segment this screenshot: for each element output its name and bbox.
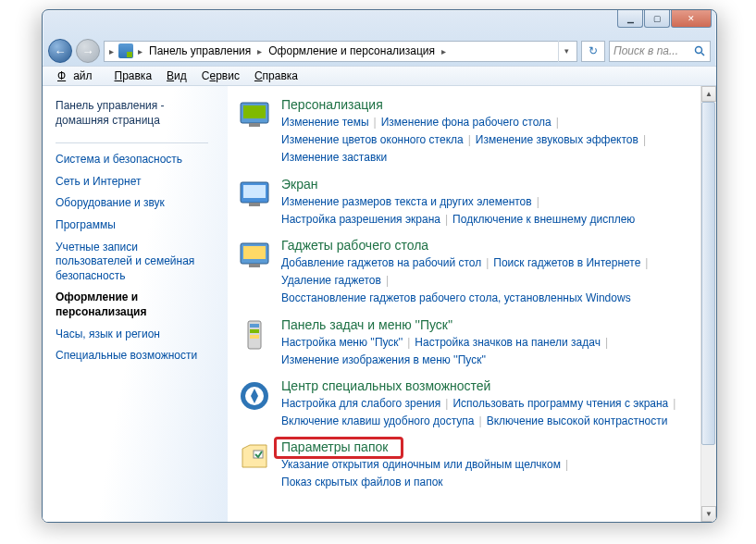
sidebar-item-appearance[interactable]: Оформление и персонализация — [56, 287, 213, 323]
link-separator: | — [403, 336, 415, 349]
category-title[interactable]: Экран — [281, 177, 690, 193]
divider — [56, 142, 208, 143]
category-link[interactable]: Подключение к внешнему дисплею — [452, 213, 635, 226]
breadcrumb-arrow-icon[interactable]: ▸ — [439, 46, 449, 56]
scroll-thumb[interactable] — [701, 102, 715, 445]
sidebar-item-accessibility[interactable]: Специальные возможности — [56, 345, 213, 367]
minimize-button[interactable]: ▁ — [617, 10, 643, 28]
search-placeholder: Поиск в па... — [613, 44, 678, 57]
category-link[interactable]: Включение высокой контрастности — [487, 414, 668, 427]
svg-rect-7 — [249, 203, 260, 206]
category-icon — [235, 97, 274, 136]
category-link[interactable]: Удаление гаджетов — [281, 274, 381, 287]
svg-rect-3 — [243, 105, 266, 118]
category-title[interactable]: Панель задач и меню ''Пуск'' — [281, 317, 690, 334]
category-link[interactable]: Настройка меню ''Пуск'' — [281, 336, 403, 349]
sidebar-item-hardware[interactable]: Оборудование и звук — [56, 192, 213, 215]
link-separator: | — [481, 256, 493, 269]
scroll-track[interactable] — [701, 102, 716, 506]
svg-rect-12 — [250, 324, 259, 328]
category-link[interactable]: Изменение заставки — [281, 151, 387, 164]
category-link[interactable]: Настройка для слабого зрения — [281, 397, 440, 410]
category-link[interactable]: Восстановление гаджетов рабочего стола, … — [281, 291, 631, 304]
breadcrumb-arrow-icon[interactable]: ▸ — [254, 46, 265, 56]
scroll-down-button[interactable]: ▼ — [701, 506, 716, 522]
sidebar-item-users[interactable]: Учетные записи пользователей и семейная … — [56, 237, 213, 288]
category-title[interactable]: Центр специальных возможностей — [281, 378, 690, 395]
category-link[interactable]: Изменение размеров текста и других элеме… — [281, 195, 532, 208]
link-separator: | — [552, 116, 564, 129]
category-icon — [235, 238, 274, 277]
category-link[interactable]: Включение клавиш удобного доступа — [281, 414, 475, 427]
search-input[interactable]: Поиск в па... — [609, 41, 711, 62]
category-link[interactable]: Изменение изображения в меню ''Пуск'' — [281, 353, 486, 366]
link-separator: | — [381, 274, 393, 287]
control-panel-window: ▁ ▢ ✕ ← → ▸ ▸ Панель управления ▸ Оформл… — [42, 9, 717, 523]
category-link[interactable]: Изменение цветов оконного стекла — [281, 133, 464, 146]
content-area: ПерсонализацияИзменение темы|Изменение ф… — [228, 86, 716, 522]
menu-help[interactable]: Справка — [247, 68, 305, 84]
refresh-button[interactable]: ↻ — [581, 41, 605, 62]
forward-button[interactable]: → — [76, 39, 100, 63]
breadcrumb-segment[interactable]: Оформление и персонализация — [265, 44, 439, 57]
svg-rect-6 — [243, 185, 266, 198]
menu-edit[interactable]: Правка — [107, 68, 160, 84]
category-icon — [235, 317, 274, 356]
link-separator: | — [601, 336, 613, 349]
history-dropdown-icon[interactable]: ▸ — [106, 46, 117, 56]
close-button[interactable]: ✕ — [671, 10, 712, 28]
menu-bar: Файл Правка Вид Сервис Справка — [43, 66, 716, 86]
menu-view[interactable]: Вид — [159, 68, 194, 84]
category-0: ПерсонализацияИзменение темы|Изменение ф… — [235, 97, 690, 167]
category-2: Гаджеты рабочего столаДобавление гаджето… — [235, 238, 690, 308]
category-link[interactable]: Добавление гаджетов на рабочий стол — [281, 256, 481, 269]
address-dropdown-icon[interactable]: ▾ — [558, 41, 575, 62]
link-separator: | — [440, 213, 452, 226]
sidebar-item-system[interactable]: Система и безопасность — [56, 149, 213, 171]
category-link[interactable]: Указание открытия одиночным или двойным … — [281, 458, 561, 471]
link-separator: | — [464, 133, 476, 146]
category-link[interactable]: Использовать программу чтения с экрана — [452, 397, 668, 410]
category-link[interactable]: Изменение звуковых эффектов — [476, 133, 638, 146]
category-link[interactable]: Изменение темы — [281, 116, 369, 129]
category-icon — [235, 378, 274, 417]
menu-tools[interactable]: Сервис — [194, 68, 247, 84]
category-link[interactable]: Настройка разрешения экрана — [281, 213, 440, 226]
category-title[interactable]: Параметры папок — [281, 439, 690, 456]
sidebar-item-clock[interactable]: Часы, язык и регион — [56, 324, 213, 346]
control-panel-icon — [118, 43, 133, 58]
address-bar[interactable]: ▸ ▸ Панель управления ▸ Оформление и пер… — [104, 41, 577, 62]
category-3: Панель задач и меню ''Пуск''Настройка ме… — [235, 317, 690, 369]
scrollbar: ▲ ▼ — [700, 86, 716, 522]
maximize-button[interactable]: ▢ — [644, 10, 670, 28]
navigation-bar: ← → ▸ ▸ Панель управления ▸ Оформление и… — [43, 36, 716, 66]
category-link[interactable]: Поиск гаджетов в Интернете — [493, 256, 640, 269]
category-link[interactable]: Изменение фона рабочего стола — [381, 116, 552, 129]
category-link[interactable]: Настройка значков на панели задач — [415, 336, 601, 349]
link-separator: | — [640, 256, 652, 269]
sidebar-home-link[interactable]: Панель управления - домашняя страница — [56, 95, 213, 137]
sidebar-item-network[interactable]: Сеть и Интернет — [56, 171, 213, 193]
scroll-up-button[interactable]: ▲ — [701, 86, 716, 102]
link-separator: | — [638, 133, 651, 146]
breadcrumb-segment[interactable]: Панель управления — [145, 44, 254, 57]
sidebar: Панель управления - домашняя страница Си… — [43, 86, 228, 522]
link-separator: | — [475, 414, 487, 427]
link-separator: | — [561, 458, 573, 471]
category-1: ЭкранИзменение размеров текста и других … — [235, 177, 690, 229]
breadcrumb-arrow-icon[interactable]: ▸ — [135, 46, 145, 56]
category-icon — [235, 177, 274, 216]
category-title[interactable]: Гаджеты рабочего стола — [281, 238, 690, 254]
svg-rect-4 — [249, 123, 260, 127]
sidebar-item-programs[interactable]: Программы — [56, 215, 213, 237]
svg-point-0 — [696, 46, 702, 53]
category-title[interactable]: Персонализация — [281, 97, 690, 114]
category-link[interactable]: Показ скрытых файлов и папок — [281, 476, 443, 488]
menu-file[interactable]: Файл — [50, 68, 107, 84]
svg-line-1 — [701, 53, 704, 56]
svg-rect-13 — [250, 329, 259, 333]
link-separator: | — [668, 397, 680, 410]
link-separator: | — [532, 195, 544, 208]
back-button[interactable]: ← — [48, 39, 72, 63]
search-icon — [694, 45, 706, 57]
